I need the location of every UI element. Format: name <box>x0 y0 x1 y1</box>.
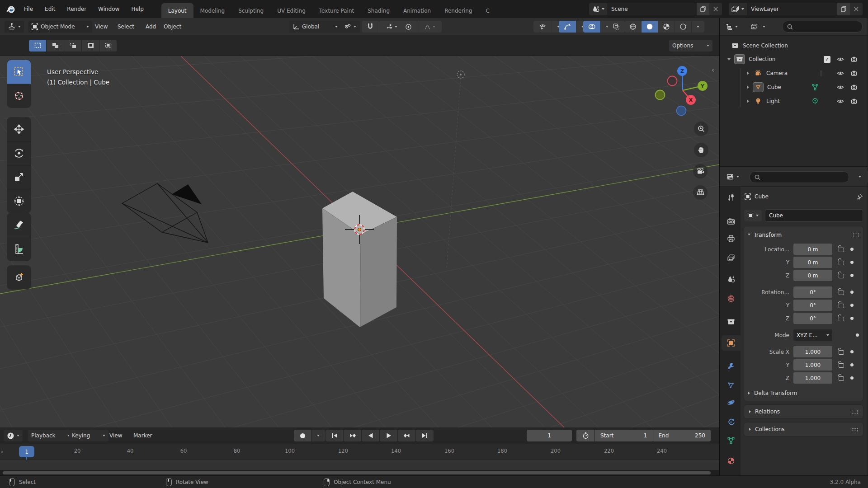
shading-wireframe-button[interactable] <box>625 21 641 33</box>
tab-collection-properties[interactable] <box>722 314 741 329</box>
panel-grip-icon[interactable] <box>852 410 859 414</box>
tool-measure[interactable] <box>7 237 31 261</box>
properties-options-dropdown[interactable] <box>850 171 868 183</box>
viewlayer-browse-button[interactable] <box>729 3 747 15</box>
viewport-3d[interactable]: User Perspective (1) Collection | Cube <box>0 56 719 427</box>
menu-help[interactable]: Help <box>125 0 149 18</box>
location-z-field[interactable]: 0 m <box>793 270 832 281</box>
select-extend-button[interactable] <box>47 40 64 52</box>
outliner-row-collection[interactable]: Collection ✓ <box>720 52 868 66</box>
keying-menu[interactable]: Keying <box>69 430 108 441</box>
outliner-filter-button[interactable] <box>748 21 769 33</box>
editor-type-button[interactable] <box>5 21 24 33</box>
show-overlays-toggle[interactable] <box>583 21 600 33</box>
shading-rendered-button[interactable] <box>675 21 691 33</box>
shading-material-button[interactable] <box>658 21 675 33</box>
frame-start-field[interactable]: Start1 <box>595 430 653 441</box>
lock-icon[interactable] <box>839 261 844 265</box>
next-keyframe-button[interactable] <box>398 430 415 441</box>
jump-to-start-button[interactable] <box>326 430 343 441</box>
tab-material[interactable] <box>722 453 741 469</box>
proportional-falloff-dropdown[interactable] <box>417 21 442 33</box>
rotation-mode-dropdown[interactable]: XYZ E... <box>793 329 832 341</box>
tool-cursor[interactable] <box>7 84 31 108</box>
tab-animation[interactable]: Animation <box>396 3 438 18</box>
timeline-editor-type-button[interactable] <box>4 430 23 441</box>
lock-icon[interactable] <box>839 248 844 252</box>
rotation-y-field[interactable]: 0° <box>793 300 832 311</box>
animate-dot-icon[interactable] <box>850 350 854 353</box>
tool-annotate[interactable] <box>7 213 31 237</box>
disclosure-triangle-icon[interactable] <box>747 71 749 75</box>
outliner-row-light[interactable]: Light <box>720 94 868 108</box>
tool-add-cube[interactable] <box>7 266 31 289</box>
tab-texture-paint[interactable]: Texture Paint <box>312 3 361 18</box>
menu-file[interactable]: File <box>18 0 39 18</box>
location-x-field[interactable]: 0 m <box>793 244 832 255</box>
previous-keyframe-button[interactable] <box>344 430 361 441</box>
viewlayer-new-button[interactable] <box>837 3 850 15</box>
tab-world[interactable] <box>722 291 741 306</box>
animate-dot-icon[interactable] <box>850 248 854 251</box>
zoom-button[interactable] <box>694 122 708 136</box>
render-visibility-icon[interactable] <box>850 84 858 91</box>
animate-dot-icon[interactable] <box>856 333 859 337</box>
menu-render[interactable]: Render <box>61 0 92 18</box>
rotation-x-field[interactable]: 0° <box>793 286 832 298</box>
gizmo-y-ball[interactable]: Y <box>698 81 708 91</box>
tab-render[interactable] <box>722 214 741 229</box>
object-id-dropdown[interactable] <box>744 210 762 221</box>
collection-checkbox[interactable]: ✓ <box>824 56 830 63</box>
disclosure-triangle-icon[interactable] <box>727 58 731 61</box>
shading-dropdown[interactable] <box>692 21 704 33</box>
lock-icon[interactable] <box>839 291 844 295</box>
animate-dot-icon[interactable] <box>850 304 854 307</box>
tab-tool[interactable] <box>722 190 741 206</box>
play-reverse-button[interactable] <box>362 430 379 441</box>
cube-object[interactable] <box>322 192 397 327</box>
lock-icon[interactable] <box>839 350 844 355</box>
viewlayer-remove-button[interactable] <box>850 3 863 15</box>
camera-view-button[interactable] <box>693 164 708 178</box>
lock-icon[interactable] <box>839 274 844 278</box>
menu-window[interactable]: Window <box>92 0 125 18</box>
animate-dot-icon[interactable] <box>850 291 854 294</box>
outliner-row-scene-collection[interactable]: Scene Collection <box>720 39 868 52</box>
jump-to-end-button[interactable] <box>416 430 434 441</box>
lock-icon[interactable] <box>839 304 844 308</box>
render-visibility-icon[interactable] <box>850 70 858 77</box>
collections-panel[interactable]: Collections <box>744 422 863 436</box>
show-hide-button[interactable] <box>533 21 552 33</box>
scene-browse-button[interactable] <box>589 3 607 15</box>
tab-object-properties[interactable] <box>722 335 741 351</box>
pin-icon[interactable] <box>856 193 863 200</box>
relations-panel[interactable]: Relations <box>744 405 863 418</box>
panel-grip-icon[interactable] <box>853 233 859 237</box>
tool-transform[interactable] <box>7 189 31 213</box>
scene-name-field[interactable]: Scene <box>607 3 697 15</box>
blender-logo-icon[interactable] <box>5 4 16 14</box>
location-y-field[interactable]: 0 m <box>793 257 832 268</box>
tab-shading[interactable]: Shading <box>361 3 396 18</box>
tab-rendering[interactable]: Rendering <box>438 3 479 18</box>
options-dropdown[interactable]: Options <box>669 40 712 52</box>
frame-end-field[interactable]: End250 <box>653 430 711 441</box>
render-visibility-icon[interactable] <box>850 98 858 105</box>
play-button[interactable] <box>380 430 397 441</box>
scrollbar-handle[interactable] <box>3 471 711 474</box>
render-visibility-icon[interactable] <box>850 56 858 63</box>
tab-view-layer[interactable] <box>722 250 741 266</box>
tab-layout[interactable]: Layout <box>161 3 193 18</box>
mode-dropdown[interactable]: Object Mode <box>28 21 92 33</box>
gizmo-z-ball[interactable]: Z <box>677 66 687 76</box>
viewport-canvas[interactable] <box>0 56 719 427</box>
xray-toggle[interactable] <box>608 21 625 33</box>
navigation-gizmo[interactable]: Z Y X <box>647 56 719 119</box>
proportional-edit-toggle[interactable] <box>400 21 417 33</box>
camera-object[interactable] <box>122 183 208 243</box>
sidebar-collapse-arrow[interactable]: ‹ <box>712 66 714 74</box>
pan-button[interactable] <box>694 143 708 157</box>
animate-dot-icon[interactable] <box>850 261 854 264</box>
menu-edit[interactable]: Edit <box>39 0 61 18</box>
timeline-view-menu[interactable]: View <box>105 427 127 444</box>
